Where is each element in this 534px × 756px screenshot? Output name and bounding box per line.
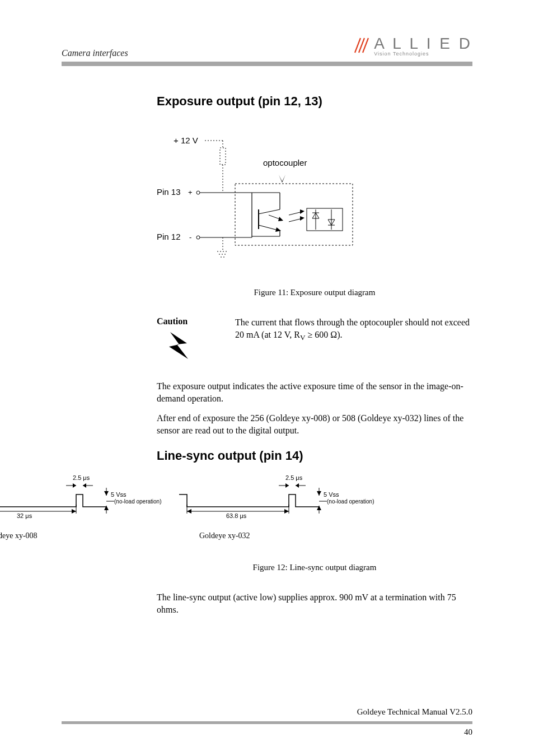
svg-marker-43: [73, 483, 76, 488]
logo-text-main: A L L I E D: [374, 36, 472, 52]
svg-marker-66: [317, 491, 321, 496]
vss-032: 5 Vss: [324, 491, 339, 498]
caution-text: The current that flows through the optoc…: [235, 316, 472, 343]
figure-caption-11: Figure 11: Exposure output diagram: [157, 288, 472, 297]
pulse-width-032: 2.5 μs: [285, 474, 303, 481]
svg-marker-57: [285, 483, 289, 488]
svg-line-15: [259, 209, 280, 214]
logo-slashes-icon: [352, 35, 372, 57]
svg-marker-50: [72, 509, 76, 514]
svg-marker-32: [300, 216, 305, 221]
svg-point-9: [196, 191, 200, 194]
caution-label: Caution: [157, 316, 235, 326]
svg-rect-22: [307, 208, 343, 231]
svg-marker-68: [317, 506, 321, 510]
para-exposure-1: The exposure output indicates the active…: [157, 380, 472, 404]
diag-pin13-label: Pin 13: [157, 187, 181, 197]
exposure-diagram: + 12 V optocoupler Pin 13 +: [157, 131, 472, 273]
footer-rule: [62, 721, 472, 724]
svg-marker-54: [104, 506, 109, 510]
svg-rect-5: [220, 148, 226, 165]
diag-optocoupler-label: optocoupler: [263, 158, 307, 167]
figure-caption-12: Figure 12: Line-sync output diagram: [157, 563, 472, 572]
noload-008: (no-load operation): [114, 498, 162, 505]
svg-marker-59: [296, 483, 299, 488]
company-logo: A L L I E D Vision Technologies: [352, 34, 472, 58]
diag-pin12-label: Pin 12: [157, 232, 181, 241]
section-title-linesync: Line-sync output (pin 14): [157, 449, 472, 463]
svg-marker-64: [284, 509, 289, 514]
page-number: 40: [62, 727, 472, 737]
header-rule: [62, 62, 472, 66]
period-008: 32 μs: [17, 512, 32, 519]
period-032: 63.8 μs: [226, 512, 247, 519]
timing-diagram-032: 2.5 μs 63.8 μs 5 Vss (no-load operation): [179, 472, 386, 540]
para-exposure-2: After end of exposure the 256 (Goldeye x…: [157, 412, 472, 436]
svg-marker-63: [187, 509, 191, 514]
svg-marker-30: [300, 209, 305, 214]
footer-doc-title: Goldeye Technical Manual V2.5.0: [62, 707, 472, 717]
section-header: Camera interfaces: [62, 48, 128, 58]
lightning-icon: [165, 331, 235, 365]
svg-marker-21: [278, 217, 283, 221]
timing-diagram-008: 2.5 μs 32 μs 5 Vss: [0, 472, 174, 540]
svg-marker-45: [83, 483, 86, 488]
svg-marker-41: [169, 332, 188, 359]
svg-marker-52: [104, 491, 109, 496]
svg-text:-: -: [189, 233, 191, 241]
timing-label-008: Goldeye xy-008: [0, 531, 174, 540]
svg-point-34: [196, 236, 200, 239]
noload-032: (no-load operation): [327, 498, 374, 505]
logo-text-sub: Vision Technologies: [374, 52, 472, 57]
section-title-exposure: Exposure output (pin 12, 13): [157, 94, 472, 109]
svg-text:+: +: [188, 188, 193, 197]
pulse-width-008: 2.5 μs: [73, 474, 90, 481]
diag-12v-label: + 12 V: [174, 136, 198, 145]
vss-008: 5 Vss: [111, 491, 127, 498]
timing-label-032: Goldeye xy-032: [199, 531, 386, 540]
para-linesync-1: The line-sync output (active low) suppli…: [157, 591, 472, 615]
